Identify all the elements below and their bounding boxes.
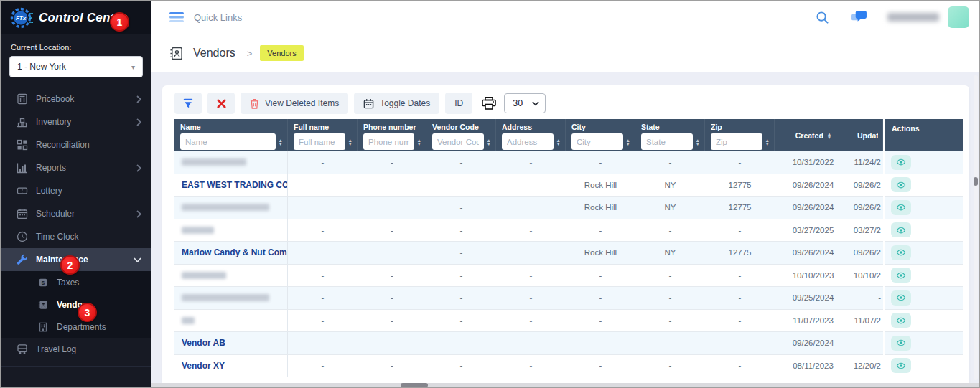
- view-vendor-button[interactable]: [891, 313, 911, 328]
- table-row: -------09/25/2024-: [174, 287, 883, 310]
- table-row: Vendor AB-------09/26/2024-: [174, 332, 883, 355]
- filter-button[interactable]: [174, 93, 202, 114]
- filter-input-address[interactable]: [502, 133, 554, 150]
- actions-row: [885, 242, 963, 265]
- filter-input-full_name[interactable]: [294, 133, 345, 150]
- sidebar-item-taxes[interactable]: $Taxes: [1, 271, 151, 293]
- print-button[interactable]: [480, 97, 498, 110]
- toolbar: View Deleted Items Toggle Dates ID 30: [162, 85, 969, 114]
- sidebar-item-departments[interactable]: Departments: [1, 316, 151, 338]
- filter-input-zip[interactable]: [711, 133, 762, 150]
- city-cell: -: [566, 151, 635, 174]
- sidebar-item-scheduler[interactable]: Scheduler: [1, 202, 151, 225]
- updated-cell: 09/26/2: [851, 174, 883, 197]
- state-cell: -: [635, 265, 705, 287]
- column-label: Created: [795, 131, 823, 140]
- zip-cell: -: [705, 310, 775, 332]
- created-cell: 09/26/2024: [775, 242, 851, 264]
- filter-input-city[interactable]: [571, 133, 623, 150]
- avatar[interactable]: [948, 6, 969, 28]
- sidebar-item-pricebook[interactable]: Pricebook: [1, 87, 151, 110]
- sort-icon[interactable]: ▲▼: [279, 138, 283, 146]
- table-row: Vendor XY-------08/11/202312/20/2: [174, 355, 883, 378]
- vendor-name-cell: [174, 310, 288, 332]
- sidebar-item-reconciliation[interactable]: Reconciliation: [1, 133, 151, 156]
- quick-links-label: Quick Links: [194, 12, 242, 23]
- breadcrumb-chip[interactable]: Vendors: [260, 45, 303, 61]
- view-vendor-button[interactable]: [891, 222, 911, 237]
- sort-icon[interactable]: ▲▼: [348, 138, 353, 146]
- vendor-name-cell: [174, 151, 288, 174]
- updated-cell: 03/27/2: [851, 219, 883, 242]
- phone-cell: -: [358, 219, 426, 242]
- address-cell: -: [496, 355, 566, 377]
- column-header-state: State▲▼: [635, 119, 705, 151]
- sidebar-item-lottery[interactable]: Lottery: [1, 179, 151, 202]
- vendor-name-link[interactable]: Marlow Candy & Nut Company: [174, 242, 288, 264]
- city-cell: Rock Hill: [566, 242, 635, 264]
- sidebar-item-label: Vendors: [57, 300, 141, 310]
- sidebar-item-label: Departments: [57, 322, 141, 332]
- full-name-cell: -: [288, 219, 358, 242]
- sidebar-item-travel-log[interactable]: Travel Log: [1, 338, 151, 361]
- updated-cell: 12/20/2: [851, 355, 883, 377]
- chat-icon[interactable]: [851, 11, 867, 24]
- sort-icon[interactable]: ▲▼: [827, 132, 831, 139]
- vendor-code-cell: -: [426, 265, 496, 287]
- scrollbar-handle[interactable]: [401, 383, 428, 387]
- departments-icon: [38, 322, 48, 332]
- vendor-name-cell: [174, 219, 288, 242]
- sidebar-item-label: Inventory: [36, 117, 136, 127]
- filter-input-phone[interactable]: [363, 133, 414, 150]
- sidebar-item-vendors[interactable]: Vendors: [1, 293, 151, 316]
- toggle-dates-button[interactable]: Toggle Dates: [354, 93, 439, 114]
- vertical-scrollbar[interactable]: [974, 75, 978, 380]
- view-vendor-button[interactable]: [891, 336, 911, 351]
- sidebar-item-inventory[interactable]: Inventory: [1, 110, 151, 133]
- quick-links-button[interactable]: Quick Links: [169, 12, 242, 23]
- column-label: Updated: [857, 131, 878, 140]
- updated-cell: -: [851, 287, 883, 309]
- sort-icon[interactable]: ▲▼: [626, 138, 630, 146]
- view-vendor-button[interactable]: [891, 177, 911, 192]
- view-vendor-button[interactable]: [891, 358, 911, 373]
- content-panel: View Deleted Items Toggle Dates ID 30 Na…: [162, 85, 969, 383]
- created-cell: 09/26/2024: [775, 174, 851, 197]
- clear-filters-button[interactable]: [207, 93, 235, 114]
- sort-icon[interactable]: ▲▼: [556, 138, 561, 146]
- address-cell: -: [496, 287, 566, 309]
- view-vendor-button[interactable]: [891, 155, 911, 170]
- sidebar-item-time-clock[interactable]: Time Clock: [1, 225, 151, 248]
- sort-icon[interactable]: ▲▼: [417, 138, 421, 146]
- scrollbar-handle[interactable]: [974, 177, 978, 186]
- phone-cell: -: [358, 287, 426, 309]
- location-select[interactable]: 1 - New York ▾: [9, 56, 143, 77]
- filter-input-name[interactable]: [180, 133, 276, 150]
- sidebar-item-reports[interactable]: Reports: [1, 156, 151, 179]
- sort-icon[interactable]: ▲▼: [765, 138, 770, 146]
- zip-cell: 12775: [705, 174, 775, 197]
- eye-icon: [896, 225, 906, 235]
- view-deleted-items-button[interactable]: View Deleted Items: [241, 93, 348, 114]
- column-header-zip: Zip▲▼: [705, 119, 775, 151]
- redacted-text: [182, 227, 214, 234]
- vendor-name-cell: [174, 265, 288, 287]
- filter-input-vendor_code[interactable]: [432, 133, 484, 150]
- view-vendor-button[interactable]: [891, 245, 911, 260]
- view-vendor-button[interactable]: [891, 290, 911, 306]
- view-vendor-button[interactable]: [891, 268, 911, 283]
- search-icon[interactable]: [816, 11, 829, 24]
- page-size-select[interactable]: 30: [504, 93, 546, 113]
- created-cell: 10/10/2023: [775, 265, 851, 287]
- phone-cell: -: [358, 355, 426, 377]
- view-vendor-button[interactable]: [891, 200, 911, 215]
- id-button[interactable]: ID: [445, 93, 472, 114]
- vendor-name-link[interactable]: Vendor XY: [174, 355, 288, 377]
- horizontal-scrollbar[interactable]: [151, 383, 979, 387]
- sort-icon[interactable]: ▲▼: [696, 138, 700, 146]
- vendor-name-link[interactable]: EAST WEST TRADING CO: [174, 174, 288, 197]
- app-window: FTx Control Center Current Location: 1 -…: [0, 0, 980, 388]
- sort-icon[interactable]: ▲▼: [487, 138, 491, 146]
- vendor-name-link[interactable]: Vendor AB: [174, 332, 288, 354]
- filter-input-state[interactable]: [641, 133, 693, 150]
